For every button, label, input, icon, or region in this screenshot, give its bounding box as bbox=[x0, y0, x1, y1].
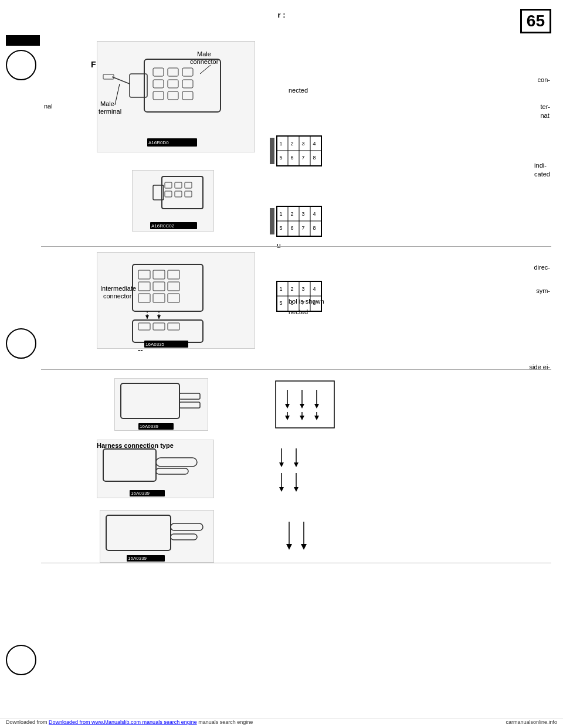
male-connector-diagram: Male connector Male terminal A16R0D0 bbox=[97, 41, 255, 152]
svg-rect-112 bbox=[156, 468, 188, 474]
svg-rect-21 bbox=[162, 176, 203, 209]
svg-rect-62 bbox=[153, 282, 165, 291]
svg-text:7: 7 bbox=[301, 225, 304, 231]
harness-connection-label: Harness connection type bbox=[97, 442, 174, 449]
svg-text:6: 6 bbox=[290, 155, 293, 161]
grid-svg-1: 1 2 3 4 5 6 7 8 bbox=[276, 135, 323, 167]
svg-rect-66 bbox=[168, 294, 179, 302]
sidebar-circle-3 bbox=[6, 645, 36, 675]
svg-text:2: 2 bbox=[290, 286, 293, 292]
sidebar-circle-2 bbox=[6, 328, 36, 359]
svg-rect-124 bbox=[171, 523, 203, 530]
svg-text:5: 5 bbox=[279, 225, 282, 231]
page-container: 65 r : 4 nal con- nected ter-nat indi-ca… bbox=[0, 0, 563, 728]
svg-marker-103 bbox=[314, 404, 319, 409]
svg-rect-59 bbox=[153, 270, 165, 279]
svg-rect-10 bbox=[182, 91, 193, 100]
svg-marker-116 bbox=[279, 462, 284, 467]
divider-1 bbox=[41, 246, 551, 247]
svg-rect-24 bbox=[175, 182, 182, 188]
footer-right: carmanualsonline.info bbox=[506, 719, 557, 725]
svg-text:5: 5 bbox=[279, 155, 282, 161]
harness-symbol bbox=[270, 443, 328, 498]
svg-rect-27 bbox=[175, 191, 182, 197]
svg-text:16A0339: 16A0339 bbox=[128, 556, 147, 561]
svg-rect-64 bbox=[138, 294, 150, 302]
svg-marker-74 bbox=[157, 315, 161, 319]
svg-rect-125 bbox=[171, 534, 197, 540]
svg-rect-2 bbox=[153, 68, 164, 76]
svg-text:Intermediate: Intermediate bbox=[100, 285, 136, 292]
svg-rect-65 bbox=[153, 294, 165, 302]
svg-text:A16R0C02: A16R0C02 bbox=[151, 223, 175, 229]
svg-marker-107 bbox=[300, 416, 304, 420]
svg-rect-93 bbox=[179, 393, 200, 399]
svg-rect-94 bbox=[179, 402, 200, 408]
sidebar-circle-1 bbox=[6, 50, 36, 80]
grid-svg-3: 1 2 3 4 5 6 7 8 bbox=[276, 280, 323, 312]
svg-text:1: 1 bbox=[279, 211, 282, 217]
svg-text:connector: connector bbox=[190, 58, 219, 65]
svg-rect-28 bbox=[185, 191, 192, 197]
relay-diagram-2: 16A0339 bbox=[100, 510, 214, 563]
svg-rect-6 bbox=[168, 80, 178, 88]
relay-symbol-1 bbox=[270, 378, 340, 431]
grid-svg-2: 1 2 3 4 5 6 7 8 bbox=[276, 205, 323, 237]
svg-line-11 bbox=[112, 77, 130, 84]
svg-rect-97 bbox=[276, 381, 334, 428]
small-connector-svg-1: A16R0C02 bbox=[133, 171, 215, 232]
text-direc: direc- bbox=[534, 264, 550, 271]
svg-rect-123 bbox=[106, 515, 171, 550]
svg-text:8: 8 bbox=[313, 225, 316, 231]
svg-text:7: 7 bbox=[301, 155, 304, 161]
svg-marker-120 bbox=[279, 487, 284, 492]
svg-rect-110 bbox=[103, 449, 156, 481]
svg-text:16A0335: 16A0335 bbox=[145, 342, 165, 347]
svg-text:3: 3 bbox=[301, 286, 304, 292]
svg-text:1: 1 bbox=[279, 141, 282, 147]
svg-text:8: 8 bbox=[313, 300, 316, 306]
harness-sym-svg bbox=[270, 443, 328, 498]
vertical-bar-1 bbox=[270, 138, 274, 164]
relay-sym-svg-1 bbox=[270, 378, 340, 431]
svg-line-15 bbox=[200, 65, 211, 74]
relay-diagram-1: 16A0339 bbox=[114, 378, 208, 431]
footer-left[interactable]: Downloaded from Downloaded from www.Manu… bbox=[6, 719, 253, 725]
svg-text:connector: connector bbox=[103, 292, 132, 300]
svg-rect-61 bbox=[138, 282, 150, 291]
svg-rect-25 bbox=[185, 182, 192, 188]
svg-text:2: 2 bbox=[290, 141, 293, 147]
single-arrow-symbol bbox=[274, 516, 321, 563]
svg-marker-122 bbox=[294, 487, 299, 492]
svg-rect-68 bbox=[138, 323, 150, 330]
svg-text:16A0339: 16A0339 bbox=[140, 424, 159, 429]
svg-rect-7 bbox=[182, 80, 193, 88]
svg-marker-99 bbox=[285, 404, 290, 409]
svg-text:4: 4 bbox=[313, 141, 316, 147]
connector-grid-3: 1 2 3 4 5 6 7 8 bbox=[276, 280, 323, 314]
svg-marker-131 bbox=[301, 544, 307, 550]
svg-text:Male: Male bbox=[197, 50, 211, 57]
text-indi-cated: indi-cated bbox=[534, 161, 550, 179]
text-con: con- bbox=[538, 76, 550, 83]
svg-text:A16R0D0: A16R0D0 bbox=[148, 140, 169, 145]
svg-text:16A0339: 16A0339 bbox=[131, 491, 150, 496]
text-ter-nat: ter-nat bbox=[541, 103, 551, 121]
svg-text:6: 6 bbox=[290, 225, 293, 231]
text-nal: nal bbox=[44, 103, 53, 110]
intermediate-svg: Intermediate connector 16A0335 bbox=[97, 253, 256, 349]
svg-text:terminal: terminal bbox=[99, 108, 121, 115]
header-title: r : bbox=[278, 11, 286, 19]
svg-rect-9 bbox=[168, 91, 178, 100]
page-number: 65 bbox=[520, 9, 551, 33]
text-sym: sym- bbox=[536, 287, 550, 294]
footer: Downloaded from Downloaded from www.Manu… bbox=[0, 719, 563, 725]
connector-grid-2: 1 2 3 4 5 6 7 8 bbox=[276, 205, 323, 239]
svg-rect-111 bbox=[156, 458, 197, 467]
svg-rect-60 bbox=[168, 270, 179, 279]
svg-text:5: 5 bbox=[279, 300, 282, 306]
svg-line-18 bbox=[115, 84, 120, 105]
footer-link[interactable]: Downloaded from www.Manualslib.com manua… bbox=[49, 719, 197, 725]
svg-rect-63 bbox=[168, 282, 179, 291]
harness-svg: 16A0339 bbox=[97, 440, 215, 499]
